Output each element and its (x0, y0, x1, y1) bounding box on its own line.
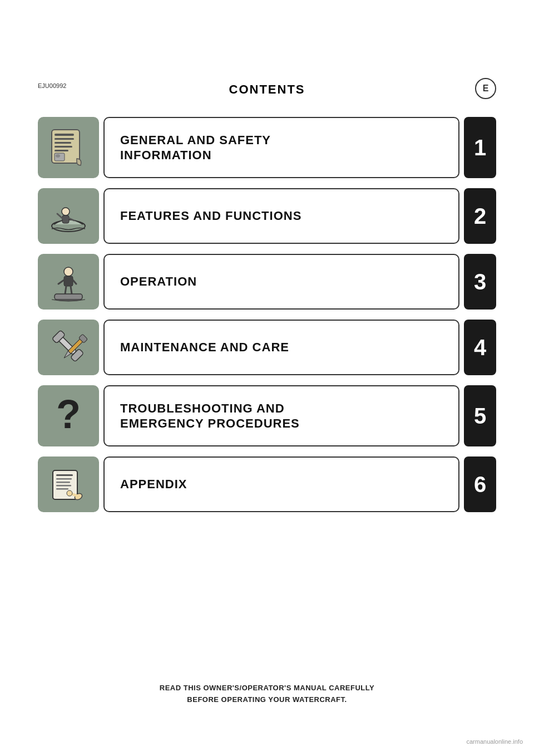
page-title: CONTENTS (0, 82, 534, 97)
svg-line-17 (65, 286, 66, 294)
label-box-4: MAINTENANCE AND CARE (103, 320, 459, 375)
svg-marker-24 (62, 351, 71, 359)
svg-rect-19 (55, 294, 82, 300)
number-box-3: 3 (464, 254, 496, 310)
manual-icon (46, 125, 91, 170)
number-text-2: 2 (474, 205, 486, 227)
operator-icon (46, 259, 91, 304)
label-box-5: TROUBLESHOOTING ANDEMERGENCY PROCEDURES (103, 385, 459, 446)
svg-rect-29 (56, 478, 72, 480)
svg-line-15 (58, 280, 64, 284)
language-badge: E (475, 78, 496, 99)
toc-row-5[interactable]: ? TROUBLESHOOTING ANDEMERGENCY PROCEDURE… (38, 385, 496, 446)
number-text-3: 3 (474, 271, 486, 293)
svg-point-9 (62, 208, 70, 215)
label-text-4: MAINTENANCE AND CARE (120, 340, 289, 355)
footer-line2: BEFORE OPERATING YOUR WATERCRAFT. (187, 695, 347, 704)
label-box-2: FEATURES AND FUNCTIONS (103, 188, 459, 244)
number-box-1: 1 (464, 117, 496, 178)
page: EJU00992 CONTENTS E (0, 0, 534, 756)
svg-rect-2 (55, 138, 74, 140)
icon-box-6 (38, 456, 99, 512)
label-text-1: GENERAL AND SAFETYINFORMATION (120, 132, 271, 163)
label-box-3: OPERATION (103, 254, 459, 310)
tools-icon (46, 325, 91, 370)
label-box-6: APPENDIX (103, 456, 459, 512)
svg-rect-1 (55, 134, 74, 136)
toc-row-6[interactable]: APPENDIX 6 (38, 456, 496, 512)
icon-box-2 (38, 188, 99, 244)
number-text-5: 5 (474, 405, 486, 427)
toc-row-4[interactable]: MAINTENANCE AND CARE 4 (38, 320, 496, 375)
toc-row-3[interactable]: OPERATION 3 (38, 254, 496, 310)
number-text-6: 6 (474, 473, 486, 495)
svg-rect-32 (56, 488, 68, 490)
icon-box-4 (38, 320, 99, 375)
question-icon: ? (46, 394, 91, 438)
svg-point-35 (67, 490, 72, 496)
label-text-5: TROUBLESHOOTING ANDEMERGENCY PROCEDURES (120, 401, 300, 431)
number-text-4: 4 (474, 336, 486, 359)
boat-rider-icon (46, 194, 91, 238)
footer-text: READ THIS OWNER'S/OPERATOR'S MANUAL CARE… (0, 683, 534, 706)
number-box-4: 4 (464, 320, 496, 375)
svg-rect-4 (55, 146, 72, 148)
svg-text:?: ? (56, 394, 81, 436)
svg-rect-14 (64, 276, 73, 286)
svg-rect-31 (56, 485, 71, 487)
toc-row-1[interactable]: GENERAL AND SAFETYINFORMATION 1 (38, 117, 496, 178)
svg-point-7 (56, 154, 60, 158)
number-box-6: 6 (464, 456, 496, 512)
number-text-1: 1 (474, 136, 486, 159)
svg-rect-6 (55, 153, 65, 161)
svg-point-13 (64, 267, 73, 276)
contents-area: GENERAL AND SAFETYINFORMATION 1 (38, 117, 496, 522)
number-box-5: 5 (464, 385, 496, 446)
icon-box-3 (38, 254, 99, 310)
label-text-6: APPENDIX (120, 477, 187, 492)
watermark: carmanualonline.info (466, 738, 523, 745)
label-text-2: FEATURES AND FUNCTIONS (120, 208, 301, 224)
number-box-2: 2 (464, 188, 496, 244)
svg-rect-5 (55, 150, 68, 151)
svg-rect-3 (55, 142, 71, 144)
svg-line-16 (73, 280, 76, 284)
icon-box-1 (38, 117, 99, 178)
label-text-3: OPERATION (120, 274, 197, 289)
svg-rect-10 (62, 215, 69, 223)
svg-rect-28 (56, 474, 73, 476)
toc-row-2[interactable]: FEATURES AND FUNCTIONS 2 (38, 188, 496, 244)
icon-box-5: ? (38, 385, 99, 446)
svg-line-18 (71, 286, 72, 294)
appendix-book-icon (46, 462, 91, 507)
label-box-1: GENERAL AND SAFETYINFORMATION (103, 117, 459, 178)
svg-line-11 (57, 214, 62, 218)
svg-rect-30 (56, 482, 70, 483)
footer-line1: READ THIS OWNER'S/OPERATOR'S MANUAL CARE… (160, 684, 374, 692)
